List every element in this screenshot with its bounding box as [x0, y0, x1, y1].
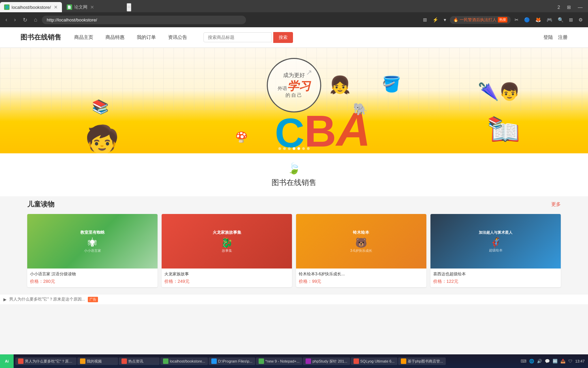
ticker-arrow: ▶ [3, 297, 6, 302]
book-info-4: 喜西达也超级绘本 价格：122元 [430, 269, 561, 287]
deco-books-stack: 📚 [488, 116, 503, 130]
tab-count-button[interactable]: 2 [555, 4, 562, 11]
book-card-3[interactable]: 铃木绘本 🐻 3-6岁快乐成长 铃木绘本3-6岁快乐成长... 价格：99元 [296, 214, 426, 287]
tab-close-2[interactable]: ✕ [90, 4, 94, 10]
category-children: 儿童读物 更多 教室里有蜘蛛 🕷 小小语言家 小小语言家 汉语分级读物 价格：2… [0, 196, 588, 294]
book-title-2: 火龙家族故事 [164, 271, 289, 277]
nav-refresh-button[interactable]: ↻ [21, 15, 29, 25]
extensions-button[interactable]: ⊞ [565, 4, 573, 11]
carousel-dots [278, 147, 310, 150]
caret-icon[interactable]: ▾ [442, 16, 448, 24]
brand-section: 🍃 图书在线销售 [0, 153, 588, 196]
book-info-1: 小小语言家 汉语分级读物 价格：280元 [27, 269, 158, 287]
dot-7[interactable] [307, 147, 310, 150]
dot-5[interactable] [297, 147, 300, 150]
nav-back-button[interactable]: ‹ [3, 15, 9, 24]
banner-circle-text: 成为更好 外语学习 的自己 [267, 58, 321, 112]
book-info-3: 铃木绘本3-6岁快乐成长... 价格：99元 [296, 269, 426, 287]
dot-3[interactable] [288, 147, 291, 150]
deco-boy-umbrella: 🌂👦 [478, 82, 520, 102]
search-button[interactable]: 搜索 [273, 32, 293, 43]
site-logo[interactable]: 图书在线销售 [20, 33, 61, 42]
fire-icon: 🔥 [453, 17, 458, 22]
dot-4-active[interactable] [293, 147, 295, 150]
ticker-text: 男人为什么要多吃"它"？原来是这个原因... [9, 296, 85, 302]
hot-search-text: 一民警酒后执法打人 [460, 17, 496, 23]
toolbar-right: ⊞ ⚡ ▾ 🔥 一民警酒后执法打人 热搜 ✂ 🔵 🦊 🎮 🔍 ⊞ ⚙ [421, 16, 585, 24]
grid-icon[interactable]: ⊞ [421, 16, 429, 24]
book-card-2[interactable]: 火龙家族故事集 🐉 故事集 火龙家族故事 价格：249元 [162, 214, 292, 287]
login-link[interactable]: 登陆 [543, 34, 553, 41]
deco-books-left: 📚 [92, 99, 109, 115]
tab-extras: 2 ⊞ — [555, 4, 588, 11]
bolt-icon[interactable]: ⚡ [431, 16, 440, 24]
book-cover-4: 加法超人与算术星人 🦸 超级绘本 [430, 214, 561, 269]
book-info-2: 火龙家族故事 价格：249元 [162, 269, 292, 287]
dot-2[interactable] [283, 147, 286, 150]
tab-label-1: localhost/bookstore/ [12, 5, 51, 10]
circle-sub-text: 的自己 [285, 92, 303, 98]
book-cover-3: 铃木绘本 🐻 3-6岁快乐成长 [296, 214, 426, 269]
deco-elephant: 🐘 [353, 102, 368, 116]
tab-favicon-2: 📄 [67, 4, 72, 10]
minimize-button[interactable]: — [576, 4, 585, 11]
scissors-icon[interactable]: ✂ [513, 16, 520, 24]
category-header: 儿童读物 更多 [27, 200, 561, 209]
search-area: 搜索 [203, 32, 293, 43]
deco-boy-reading: 🧒 [85, 126, 119, 153]
tab-label-2: 论文网 [74, 4, 87, 10]
book-price-1: 价格：280元 [30, 278, 155, 285]
grid2-icon[interactable]: ⊞ [567, 16, 575, 24]
dot-6[interactable] [302, 147, 305, 150]
letter-b: B [304, 109, 336, 153]
tab-close-1[interactable]: ✕ [54, 4, 58, 10]
extension-3-icon[interactable]: 🎮 [545, 16, 554, 24]
book-cover-2: 火龙家族故事集 🐉 故事集 [162, 214, 292, 269]
book-grid: 教室里有蜘蛛 🕷 小小语言家 小小语言家 汉语分级读物 价格：280元 火龙家族… [27, 214, 561, 287]
book-title-3: 铃木绘本3-6岁快乐成长... [299, 271, 424, 277]
deco-mushroom: 🍄 [235, 131, 248, 143]
book-title-4: 喜西达也超级绘本 [433, 271, 558, 277]
search-input[interactable] [203, 32, 272, 42]
book-price-2: 价格：249元 [164, 278, 289, 285]
site-header: 图书在线销售 商品主页 商品特惠 我的订单 资讯公告 搜索 登陆 注册 [0, 27, 588, 48]
address-bar: ‹ › ↻ ⌂ ⊞ ⚡ ▾ 🔥 一民警酒后执法打人 热搜 ✂ 🔵 🦊 🎮 🔍 ⊞… [0, 12, 588, 27]
deco-girl: 👧 [329, 75, 350, 95]
nav-home-button[interactable]: ⌂ [32, 15, 39, 24]
brand-icon: 🍃 [9, 162, 579, 175]
extension-2-icon[interactable]: 🦊 [534, 16, 543, 24]
settings-icon[interactable]: ⚙ [577, 16, 585, 24]
header-auth: 登陆 注册 [543, 34, 568, 41]
register-link[interactable]: 注册 [558, 34, 568, 41]
address-input[interactable] [42, 16, 246, 24]
tab-inactive-2[interactable]: 📄 论文网 ✕ [63, 2, 124, 12]
brand-title: 图书在线销售 [9, 178, 579, 188]
nav-forward-button[interactable]: › [12, 15, 18, 24]
extension-1-icon[interactable]: 🔵 [522, 16, 532, 24]
nav-home[interactable]: 商品主页 [71, 33, 96, 42]
hot-label: 热搜 [498, 17, 507, 22]
book-price-3: 价格：99元 [299, 278, 424, 285]
main-nav: 商品主页 商品特惠 我的订单 资讯公告 [71, 33, 190, 42]
book-card-4[interactable]: 加法超人与算术星人 🦸 超级绘本 喜西达也超级绘本 价格：122元 [430, 214, 561, 287]
circle-top-text: 成为更好 [283, 72, 305, 79]
new-tab-button[interactable]: + [127, 3, 132, 12]
tab-bar: 🌐 localhost/bookstore/ ✕ 📄 论文网 ✕ + 2 ⊞ — [0, 0, 588, 12]
dot-1[interactable] [278, 147, 281, 150]
nav-orders[interactable]: 我的订单 [134, 33, 159, 42]
tab-active[interactable]: 🌐 localhost/bookstore/ ✕ [0, 2, 62, 12]
hot-search-widget[interactable]: 🔥 一民警酒后执法打人 热搜 [450, 16, 511, 24]
book-cover-1: 教室里有蜘蛛 🕷 小小语言家 [27, 214, 158, 269]
nav-news[interactable]: 资讯公告 [165, 33, 190, 42]
ad-badge: 广告 [88, 297, 98, 302]
category-title: 儿童读物 [27, 200, 54, 209]
more-link[interactable]: 更多 [551, 201, 561, 208]
book-card-1[interactable]: 教室里有蜘蛛 🕷 小小语言家 小小语言家 汉语分级读物 价格：280元 [27, 214, 158, 287]
hero-banner: 📚 成为更好 外语学习 的自己 ↗ C B A 🧒 👧 🐘 🍄 📖 [0, 48, 588, 153]
website-content: 图书在线销售 商品主页 商品特惠 我的订单 资讯公告 搜索 登陆 注册 📚 成为… [0, 27, 588, 294]
search-icon[interactable]: 🔍 [556, 16, 565, 24]
nav-featured[interactable]: 商品特惠 [103, 33, 127, 42]
book-price-4: 价格：122元 [433, 278, 558, 285]
deco-bucket: 🪣 [382, 75, 401, 93]
news-ticker: ▶ 男人为什么要多吃"它"？原来是这个原因... 广告 [0, 294, 588, 304]
